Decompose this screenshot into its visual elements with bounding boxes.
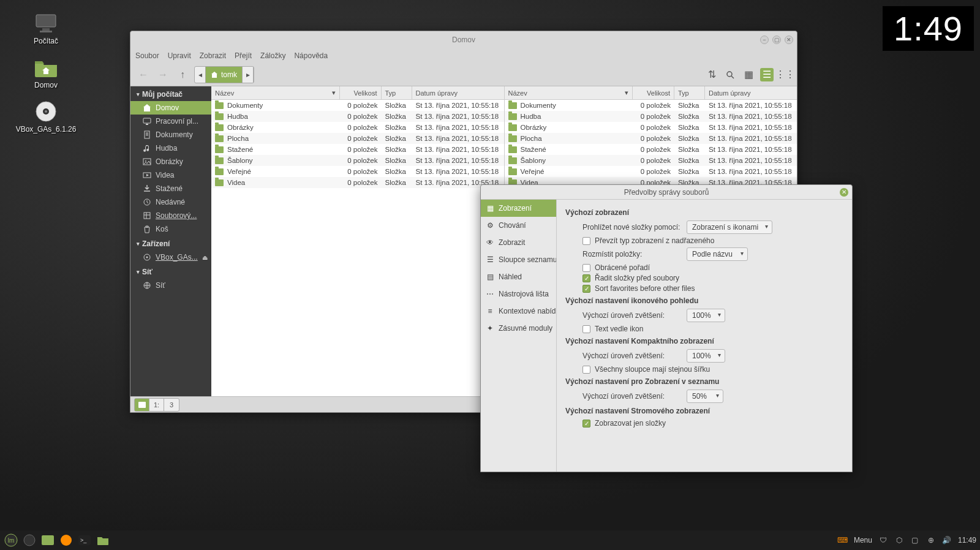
menu-bookmarks[interactable]: Záložky xyxy=(260,51,285,60)
col-name[interactable]: Název▾ xyxy=(211,86,340,99)
combo-arrange[interactable]: Podle názvu xyxy=(687,247,748,261)
desktop-icon-disc[interactable]: VBox_GAs_6.1.26 xyxy=(12,100,80,134)
view-list-button[interactable]: ☰ xyxy=(760,68,774,81)
prefs-tab-ctx[interactable]: ≡Kontextové nabídky xyxy=(481,303,556,320)
taskbar-files-button[interactable] xyxy=(40,533,55,548)
col-type[interactable]: Typ xyxy=(382,86,412,99)
sidebar-item-video[interactable]: Videa xyxy=(130,168,211,182)
tray-shield-icon[interactable]: ⬡ xyxy=(894,535,904,545)
table-row[interactable]: Videa0 položekSložkaSt 13. října 2021, 1… xyxy=(211,177,504,188)
tray-network-icon[interactable]: ⊕ xyxy=(926,535,936,545)
table-row[interactable]: Šablony0 položekSložkaSt 13. října 2021,… xyxy=(211,155,504,166)
sidebar-item-net[interactable]: Síť xyxy=(130,279,211,292)
sidebar-head-computer[interactable]: Můj počítač xyxy=(130,86,211,101)
prefs-tab-eye[interactable]: 👁Zobrazit xyxy=(481,234,556,251)
status-places-button[interactable] xyxy=(135,399,149,411)
table-row[interactable]: Plocha0 položekSložkaSt 13. října 2021, … xyxy=(211,133,504,144)
taskbar-firefox-button[interactable] xyxy=(59,533,74,548)
checkbox-only-folders[interactable]: Zobrazovat jen složky xyxy=(582,419,843,428)
nav-forward-button[interactable]: → xyxy=(155,67,171,83)
desktop-icon-home[interactable]: Domov xyxy=(12,56,80,89)
prefs-close-button[interactable]: ✕ xyxy=(840,188,848,197)
sidebar-item-download[interactable]: Stažené xyxy=(130,182,211,195)
table-row[interactable]: Šablony0 položekSložkaSt 13. října 2021,… xyxy=(505,155,797,166)
nav-up-button[interactable]: ↑ xyxy=(175,67,190,83)
tray-keyboard-icon[interactable]: ⌨ xyxy=(838,535,848,545)
sidebar-item-recent[interactable]: Nedávné xyxy=(130,195,211,209)
sidebar-item-image[interactable]: Obrázky xyxy=(130,155,211,168)
taskbar-app-files[interactable] xyxy=(96,533,110,548)
table-row[interactable]: Veřejné0 položekSložkaSt 13. října 2021,… xyxy=(211,166,504,177)
table-row[interactable]: Dokumenty0 položekSložkaSt 13. října 202… xyxy=(211,100,504,111)
checkbox-inherit[interactable]: Převzít typ zobrazení z nadřazeného xyxy=(582,236,843,245)
view-compact-button[interactable]: ⋮⋮ xyxy=(778,68,792,81)
sidebar-item-trash[interactable]: Koš xyxy=(130,222,211,236)
col-name[interactable]: Název▾ xyxy=(505,86,633,99)
menu-label[interactable]: Menu xyxy=(854,536,872,544)
table-row[interactable]: Veřejné0 položekSložkaSt 13. října 2021,… xyxy=(505,166,797,177)
prefs-titlebar[interactable]: Předvolby správy souborů ✕ xyxy=(481,185,852,200)
checkbox-reverse[interactable]: Obrácené pořadí xyxy=(582,263,843,272)
combo-zoom-icon[interactable]: 100% xyxy=(687,309,725,322)
menu-view[interactable]: Zobrazit xyxy=(200,51,226,60)
show-desktop-button[interactable] xyxy=(22,533,37,548)
tray-updates-icon[interactable]: 🛡 xyxy=(878,535,888,545)
sidebar-head-devices[interactable]: Zařízení xyxy=(130,236,211,251)
window-close-button[interactable]: ✕ xyxy=(785,36,793,44)
checkbox-fav-first[interactable]: Sort favorites before other files xyxy=(582,284,843,293)
path-next-button[interactable]: ▸ xyxy=(243,67,254,83)
checkbox-same-width[interactable]: Všechny sloupce mají stejnou šířku xyxy=(582,365,843,374)
view-icons-button[interactable]: ▦ xyxy=(742,68,755,81)
sidebar-item-home[interactable]: Domov xyxy=(130,101,211,115)
table-row[interactable]: Obrázky0 položekSložkaSt 13. října 2021,… xyxy=(505,122,797,133)
prefs-tab-gear[interactable]: ⚙Chování xyxy=(481,217,556,234)
sidebar-item-disc[interactable]: VBox_GAs...⏏ xyxy=(130,251,211,264)
col-date[interactable]: Datum úpravy xyxy=(705,86,797,99)
file-rows[interactable]: Dokumenty0 položekSložkaSt 13. října 202… xyxy=(211,100,504,396)
status-page-button[interactable]: 3 xyxy=(164,399,179,411)
table-row[interactable]: Plocha0 položekSložkaSt 13. října 2021, … xyxy=(505,133,797,144)
eject-icon[interactable]: ⏏ xyxy=(202,254,208,261)
prefs-tab-cols[interactable]: ☰Sloupce seznamu xyxy=(481,251,556,268)
menu-help[interactable]: Nápověda xyxy=(294,51,328,60)
col-size[interactable]: Velikost xyxy=(340,86,382,99)
sidebar-head-network[interactable]: Síť xyxy=(130,264,211,279)
sidebar-item-fs[interactable]: Souborový... xyxy=(130,209,211,222)
path-prev-button[interactable]: ◂ xyxy=(195,67,206,83)
sidebar-item-doc[interactable]: Dokumenty xyxy=(130,128,211,141)
prefs-tab-grid[interactable]: ▦Zobrazení xyxy=(481,200,556,217)
window-maximize-button[interactable]: ▢ xyxy=(772,36,781,44)
start-menu-button[interactable]: lm xyxy=(4,533,18,548)
table-row[interactable]: Dokumenty0 položekSložkaSt 13. října 202… xyxy=(505,100,797,111)
taskbar-clock[interactable]: 11:49 xyxy=(958,536,976,544)
table-row[interactable]: Stažené0 položekSložkaSt 13. října 2021,… xyxy=(505,144,797,155)
checkbox-folders-first[interactable]: Řadit složky před soubory xyxy=(582,274,843,282)
tray-volume-icon[interactable]: 🔊 xyxy=(942,535,952,545)
sidebar-item-desktop[interactable]: Pracovní pl... xyxy=(130,115,211,128)
col-size[interactable]: Velikost xyxy=(633,86,674,99)
sidebar-item-music[interactable]: Hudba xyxy=(130,141,211,155)
path-segment-home[interactable]: tomk xyxy=(206,67,243,83)
table-row[interactable]: Stažené0 položekSložkaSt 13. října 2021,… xyxy=(211,144,504,155)
col-date[interactable]: Datum úpravy xyxy=(412,86,504,99)
checkbox-text-beside[interactable]: Text vedle ikon xyxy=(582,325,843,333)
window-minimize-button[interactable]: − xyxy=(760,36,769,44)
prefs-tab-dots[interactable]: ⋯Nástrojová lišta xyxy=(481,285,556,303)
table-row[interactable]: Hudba0 položekSložkaSt 13. října 2021, 1… xyxy=(211,111,504,122)
menu-go[interactable]: Přejít xyxy=(235,51,252,60)
prefs-tab-prev[interactable]: ▤Náhled xyxy=(481,268,556,285)
combo-view-new[interactable]: Zobrazení s ikonami xyxy=(687,220,772,234)
menu-edit[interactable]: Upravit xyxy=(168,51,191,60)
titlebar[interactable]: Domov − ▢ ✕ xyxy=(130,31,797,48)
desktop-icon-computer[interactable]: Počítač xyxy=(12,12,80,45)
combo-zoom-compact[interactable]: 100% xyxy=(687,349,725,363)
nav-back-button[interactable]: ← xyxy=(135,67,151,83)
search-button[interactable] xyxy=(723,68,737,81)
status-tree-button[interactable]: 1: xyxy=(149,399,164,411)
prefs-tab-plug[interactable]: ✦Zásuvné moduly xyxy=(481,320,556,337)
combo-zoom-list[interactable]: 50% xyxy=(687,390,723,403)
table-row[interactable]: Obrázky0 položekSložkaSt 13. října 2021,… xyxy=(211,122,504,133)
menu-file[interactable]: Soubor xyxy=(135,51,159,60)
col-type[interactable]: Typ xyxy=(674,86,705,99)
taskbar-terminal-button[interactable]: >_ xyxy=(77,533,92,548)
